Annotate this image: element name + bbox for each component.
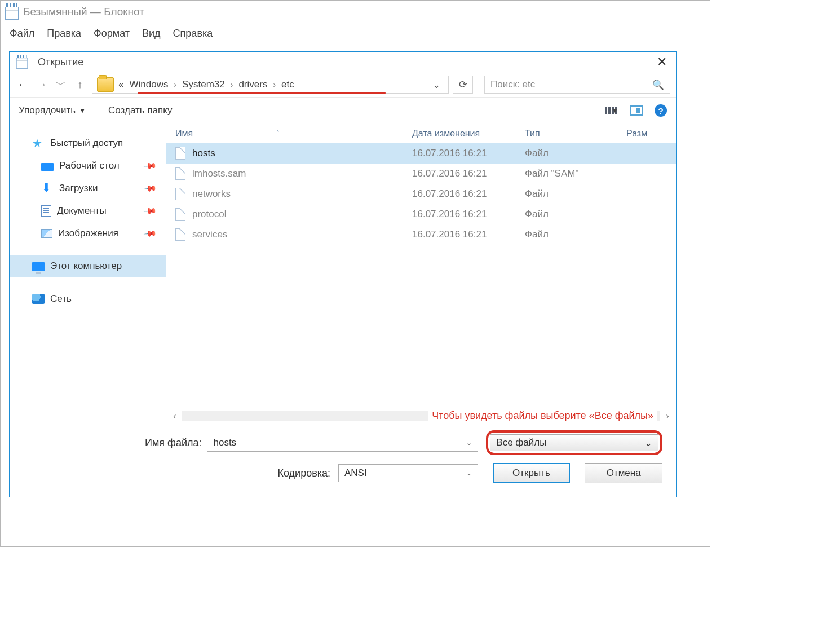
pin-icon: 📌 — [143, 158, 157, 173]
navigation-sidebar: ★ Быстрый доступ Рабочий стол 📌 ⬇ Загруз… — [10, 124, 166, 424]
dialog-titlebar: Открытие ✕ — [10, 52, 676, 72]
search-input[interactable]: Поиск: etc 🔍 — [484, 76, 670, 94]
file-type: Файл "SAM" — [525, 168, 649, 179]
file-row[interactable]: protocol16.07.2016 16:21Файл — [166, 204, 676, 224]
pin-icon: 📌 — [143, 226, 157, 241]
menu-edit[interactable]: Правка — [47, 28, 81, 39]
star-icon: ★ — [32, 138, 45, 149]
column-header-type[interactable]: Тип — [525, 129, 626, 139]
filetype-select[interactable]: Все файлы ⌄ — [490, 434, 658, 451]
breadcrumb-list: « Windows› System32› drivers› etc — [116, 76, 294, 93]
chevron-right-icon: › — [174, 80, 176, 89]
view-mode-button[interactable]: ▼ — [605, 107, 618, 114]
breadcrumb-part[interactable]: System32 — [182, 79, 225, 90]
notepad-app-icon — [5, 4, 19, 20]
address-bar[interactable]: « Windows› System32› drivers› etc ⌄ — [92, 76, 449, 94]
filetype-value: Все файлы — [496, 437, 546, 448]
file-row[interactable]: networks16.07.2016 16:21Файл — [166, 184, 676, 204]
menu-view[interactable]: Вид — [142, 28, 161, 39]
menu-help[interactable]: Справка — [173, 28, 213, 39]
notepad-window: Безымянный — Блокнот Файл Правка Формат … — [0, 0, 710, 547]
chevron-right-icon: › — [273, 80, 276, 89]
encoding-select[interactable]: ANSI ⌄ — [338, 464, 478, 482]
file-icon — [175, 208, 185, 221]
sidebar-item-network[interactable]: Сеть — [10, 288, 166, 310]
caret-down-icon: ⌄ — [644, 437, 652, 449]
pin-icon: 📌 — [143, 204, 157, 218]
file-pane: Имя ˄ Дата изменения Тип Разм hosts16.07… — [166, 124, 676, 424]
column-label: Имя — [175, 129, 193, 139]
address-dropdown-button[interactable]: ⌄ — [425, 79, 448, 91]
organize-button[interactable]: Упорядочить ▼ — [19, 105, 86, 116]
nav-up-button[interactable]: ↑ — [73, 79, 87, 91]
dialog-toolbar: Упорядочить ▼ Создать папку ▼ ? — [10, 97, 676, 124]
caret-down-icon: ▼ — [79, 107, 86, 114]
file-name: networks — [192, 188, 412, 200]
new-folder-button[interactable]: Создать папку — [108, 105, 172, 116]
column-header-name[interactable]: Имя ˄ — [175, 129, 412, 139]
notepad-titlebar: Безымянный — Блокнот — [1, 1, 710, 23]
sidebar-item-label: Сеть — [50, 293, 72, 305]
scroll-left-button[interactable]: ‹ — [170, 411, 180, 421]
sidebar-item-downloads[interactable]: ⬇ Загрузки 📌 — [10, 177, 166, 200]
file-type: Файл — [525, 209, 649, 220]
help-button[interactable]: ? — [655, 104, 667, 117]
breadcrumb-part[interactable]: etc — [281, 79, 294, 90]
file-row[interactable]: hosts16.07.2016 16:21Файл — [166, 143, 676, 164]
sidebar-item-desktop[interactable]: Рабочий стол 📌 — [10, 155, 166, 177]
notepad-menubar: Файл Правка Формат Вид Справка — [1, 23, 710, 43]
sidebar-item-label: Загрузки — [59, 183, 98, 194]
organize-label: Упорядочить — [19, 105, 76, 116]
file-type: Файл — [525, 229, 649, 240]
open-file-dialog: Открытие ✕ ← → ﹀ ↑ « Windows› System32› … — [9, 51, 677, 497]
menu-file[interactable]: Файл — [10, 28, 34, 39]
nav-forward-button[interactable]: → — [34, 79, 49, 91]
encoding-label: Кодировка: — [23, 468, 338, 479]
caret-down-icon: ▼ — [612, 107, 618, 114]
breadcrumb-prefix: « — [118, 79, 123, 90]
column-header-date[interactable]: Дата изменения — [412, 129, 525, 139]
sidebar-item-label: Быстрый доступ — [50, 138, 123, 149]
dialog-close-button[interactable]: ✕ — [653, 55, 670, 69]
file-row[interactable]: lmhosts.sam16.07.2016 16:21Файл "SAM" — [166, 164, 676, 184]
refresh-button[interactable]: ⟳ — [453, 76, 473, 94]
annotation-text: Чтобы увидеть файлы выберите «Все файлы» — [428, 410, 657, 422]
sidebar-item-label: Изображения — [58, 228, 118, 239]
file-icon — [175, 228, 185, 241]
nav-history-button[interactable]: ﹀ — [54, 78, 68, 91]
column-header-size[interactable]: Разм — [626, 129, 676, 139]
file-name: hosts — [192, 148, 412, 159]
filename-input[interactable]: hosts ⌄ — [207, 434, 478, 452]
menu-format[interactable]: Формат — [94, 28, 130, 39]
file-list: hosts16.07.2016 16:21Файлlmhosts.sam16.0… — [166, 143, 676, 409]
sidebar-item-documents[interactable]: Документы 📌 — [10, 200, 166, 222]
pictures-icon — [41, 229, 52, 238]
file-date: 16.07.2016 16:21 — [412, 168, 525, 179]
sidebar-item-pictures[interactable]: Изображения 📌 — [10, 222, 166, 245]
file-row[interactable]: services16.07.2016 16:21Файл — [166, 224, 676, 245]
network-icon — [32, 294, 45, 304]
caret-down-icon: ⌄ — [466, 469, 472, 477]
file-icon — [175, 167, 185, 180]
breadcrumb-part[interactable]: drivers — [238, 79, 267, 90]
file-name: services — [192, 229, 412, 240]
search-placeholder: Поиск: etc — [490, 79, 535, 90]
encoding-value: ANSI — [344, 468, 367, 479]
breadcrumb-part[interactable]: Windows — [129, 79, 168, 90]
cancel-button[interactable]: Отмена — [585, 463, 662, 483]
filename-label: Имя файла: — [23, 437, 207, 449]
scroll-right-button[interactable]: › — [662, 411, 673, 421]
notepad-title: Безымянный — Блокнот — [23, 6, 144, 18]
file-icon — [175, 147, 185, 160]
sidebar-item-quick-access[interactable]: ★ Быстрый доступ — [10, 132, 166, 155]
column-headers: Имя ˄ Дата изменения Тип Разм — [166, 124, 676, 143]
open-button[interactable]: Открыть — [493, 463, 571, 483]
sidebar-item-this-pc[interactable]: Этот компьютер — [10, 255, 166, 277]
sort-asc-icon: ˄ — [276, 130, 280, 137]
dialog-nav-row: ← → ﹀ ↑ « Windows› System32› drivers› et… — [10, 72, 676, 97]
preview-pane-button[interactable] — [630, 105, 643, 116]
file-name: protocol — [192, 209, 412, 220]
horizontal-scrollbar[interactable]: ‹ Чтобы увидеть файлы выберите «Все файл… — [166, 409, 676, 424]
file-name: lmhosts.sam — [192, 168, 412, 179]
nav-back-button[interactable]: ← — [15, 79, 30, 91]
